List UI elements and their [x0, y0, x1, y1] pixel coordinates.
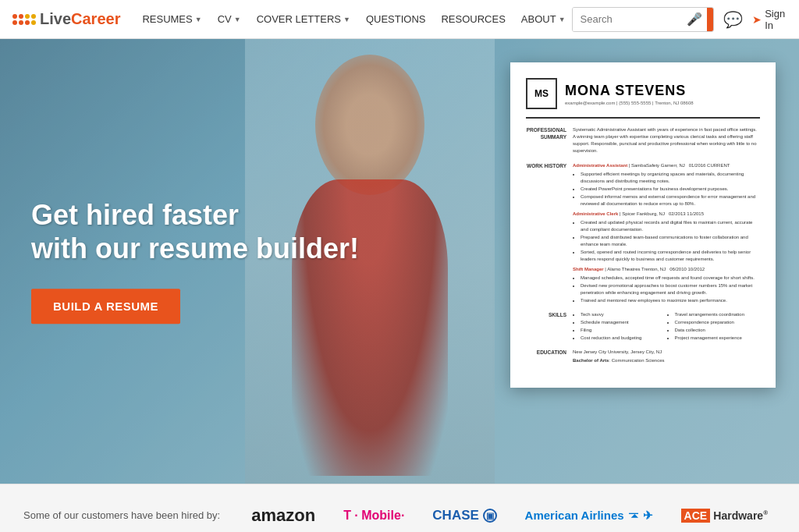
customers-label: Some of our customers have been hired by…	[23, 509, 220, 521]
nav-cv-arrow: ▼	[234, 16, 241, 23]
nav-resumes[interactable]: RESUMES ▼	[136, 0, 208, 39]
customer-logos: amazon T · Mobile· CHASE ▣ American Airl…	[251, 505, 776, 526]
nav-about-arrow: ▼	[559, 16, 566, 23]
amazon-logo: amazon	[251, 505, 315, 526]
chase-logo: CHASE ▣	[432, 508, 496, 523]
resume-summary-label: PROFESSIONALSUMMARY	[526, 126, 573, 156]
nav-cover-letters[interactable]: COVER LETTERS ▼	[250, 0, 357, 39]
resume-summary-content: Systematic Administrative Assistant with…	[573, 126, 760, 156]
sign-in-icon: ➤	[752, 13, 762, 26]
american-airlines-icon	[627, 509, 640, 522]
resume-contact: example@example.com | (555) 555-5555 | T…	[565, 101, 760, 105]
resume-name: MONA STEVENS	[565, 83, 760, 99]
resume-education-content: New Jersey City University, Jersey City,…	[573, 349, 760, 366]
nav-resumes-arrow: ▼	[195, 16, 202, 23]
resume-work-label: WORK HISTORY	[526, 162, 573, 305]
search-input[interactable]	[573, 8, 682, 31]
header: LiveCareer RESUMES ▼ CV ▼ COVER LETTERS …	[0, 0, 799, 39]
logo-text: LiveCareer	[40, 10, 120, 28]
customers-bar: Some of our customers have been hired by…	[0, 484, 799, 532]
resume-education-label: EDUCATION	[526, 349, 573, 366]
resume-work-section: WORK HISTORY Administrative Assistant | …	[526, 162, 760, 305]
hero-content: Get hired faster with our resume builder…	[31, 198, 359, 324]
sign-in-button[interactable]: ➤ Sign In	[752, 8, 787, 31]
nav-resources[interactable]: RESOURCES	[435, 0, 511, 39]
logo[interactable]: LiveCareer	[12, 10, 120, 28]
main-nav: RESUMES ▼ CV ▼ COVER LETTERS ▼ QUESTIONS…	[136, 0, 571, 39]
chat-icon[interactable]: 💬	[723, 10, 743, 29]
resume-header: MS MONA STEVENS example@example.com | (5…	[526, 78, 760, 119]
header-right: 💬 ➤ Sign In	[723, 8, 787, 31]
ace-hardware-logo: ACE Hardware®	[681, 509, 768, 522]
american-airlines-logo: American Airlines ✈	[525, 509, 653, 523]
search-bar: 🎤 🔍	[572, 7, 715, 32]
resume-skills-content: Tech savvy Schedule management Filing Co…	[573, 311, 760, 342]
logo-dots	[12, 14, 36, 25]
nav-about[interactable]: ABOUT ▼	[515, 0, 572, 39]
resume-monogram: MS	[526, 78, 557, 109]
hero-title: Get hired faster with our resume builder…	[31, 198, 359, 265]
resume-summary-section: PROFESSIONALSUMMARY Systematic Administr…	[526, 126, 760, 156]
resume-preview-card: MS MONA STEVENS example@example.com | (5…	[510, 62, 776, 388]
resume-education-section: EDUCATION New Jersey City University, Je…	[526, 349, 760, 366]
resume-work-content: Administrative Assistant | SambaSafety G…	[573, 162, 760, 305]
tmobile-logo: T · Mobile·	[343, 509, 404, 523]
microphone-icon[interactable]: 🎤	[682, 12, 707, 27]
nav-questions[interactable]: QUESTIONS	[360, 0, 432, 39]
sign-in-label: Sign In	[765, 8, 787, 31]
nav-cv[interactable]: CV ▼	[211, 0, 247, 39]
resume-name-block: MONA STEVENS example@example.com | (555)…	[565, 83, 760, 105]
resume-skills-label: SKILLS	[526, 311, 573, 342]
nav-cover-letters-arrow: ▼	[343, 16, 350, 23]
hero-section: Get hired faster with our resume builder…	[0, 39, 799, 484]
search-button[interactable]: 🔍	[707, 8, 715, 31]
build-resume-button[interactable]: BUILD A RESUME	[31, 289, 180, 325]
resume-skills-section: SKILLS Tech savvy Schedule management Fi…	[526, 311, 760, 342]
